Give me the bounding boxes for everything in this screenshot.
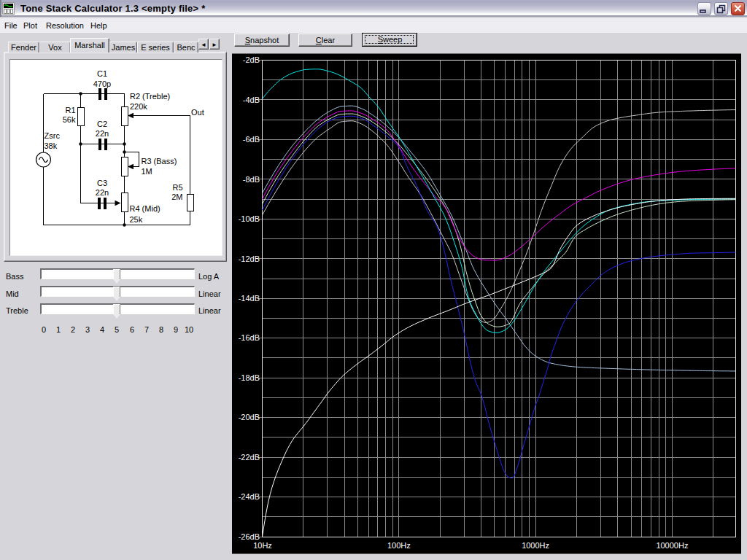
svg-text:100Hz: 100Hz bbox=[387, 541, 411, 550]
svg-text:-26dB: -26dB bbox=[239, 532, 260, 541]
svg-text:1M: 1M bbox=[142, 167, 152, 176]
svg-text:2M: 2M bbox=[171, 192, 182, 201]
svg-text:22n: 22n bbox=[96, 129, 109, 138]
svg-text:C3: C3 bbox=[97, 179, 107, 187]
svg-text:-6dB: -6dB bbox=[243, 135, 260, 144]
svg-text:10Hz: 10Hz bbox=[253, 541, 272, 550]
svg-text:C2: C2 bbox=[97, 120, 107, 128]
svg-text:-14dB: -14dB bbox=[239, 294, 260, 303]
svg-text:-12dB: -12dB bbox=[239, 254, 260, 263]
svg-text:-8dB: -8dB bbox=[243, 175, 260, 184]
svg-text:-18dB: -18dB bbox=[239, 373, 260, 382]
svg-text:R5: R5 bbox=[172, 183, 182, 192]
svg-text:1000Hz: 1000Hz bbox=[522, 541, 549, 550]
svg-text:25k: 25k bbox=[130, 215, 143, 224]
svg-text:-24dB: -24dB bbox=[239, 492, 260, 501]
svg-text:470p: 470p bbox=[93, 79, 111, 88]
svg-text:-10dB: -10dB bbox=[239, 214, 260, 223]
svg-text:-2dB: -2dB bbox=[243, 55, 260, 64]
svg-text:R3 (Bass): R3 (Bass) bbox=[142, 157, 177, 166]
svg-text:38k: 38k bbox=[44, 141, 58, 150]
svg-text:-4dB: -4dB bbox=[243, 96, 260, 104]
svg-text:-20dB: -20dB bbox=[239, 413, 260, 421]
svg-text:Out: Out bbox=[191, 108, 204, 117]
svg-text:R2 (Treble): R2 (Treble) bbox=[130, 92, 170, 101]
svg-text:Zsrc: Zsrc bbox=[44, 131, 61, 140]
svg-text:56k: 56k bbox=[63, 115, 76, 124]
svg-text:C1: C1 bbox=[97, 69, 107, 78]
svg-text:R1: R1 bbox=[65, 106, 75, 114]
svg-text:22n: 22n bbox=[96, 188, 109, 197]
svg-text:10000Hz: 10000Hz bbox=[656, 541, 688, 550]
svg-text:R4 (Mid): R4 (Mid) bbox=[130, 204, 160, 213]
svg-text:220k: 220k bbox=[130, 102, 147, 111]
svg-text:-16dB: -16dB bbox=[239, 333, 260, 342]
svg-text:-22dB: -22dB bbox=[239, 453, 260, 462]
